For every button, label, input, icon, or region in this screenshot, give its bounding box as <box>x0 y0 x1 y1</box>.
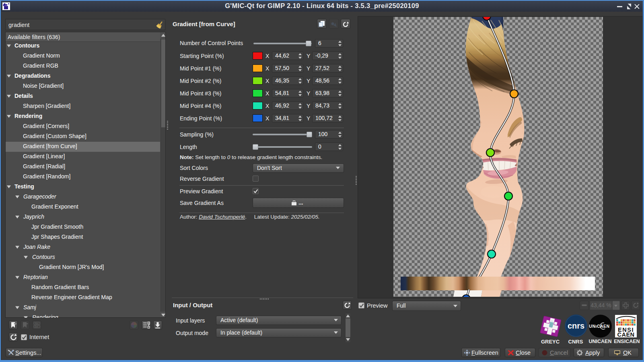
svg-text:CAEN: CAEN <box>617 331 634 337</box>
svg-text:Abc: Abc <box>35 322 39 325</box>
svg-text:UNıCAEN: UNıCAEN <box>589 324 609 329</box>
svg-text:cnrs: cnrs <box>568 321 584 330</box>
svg-text:Def: Def <box>35 325 38 328</box>
